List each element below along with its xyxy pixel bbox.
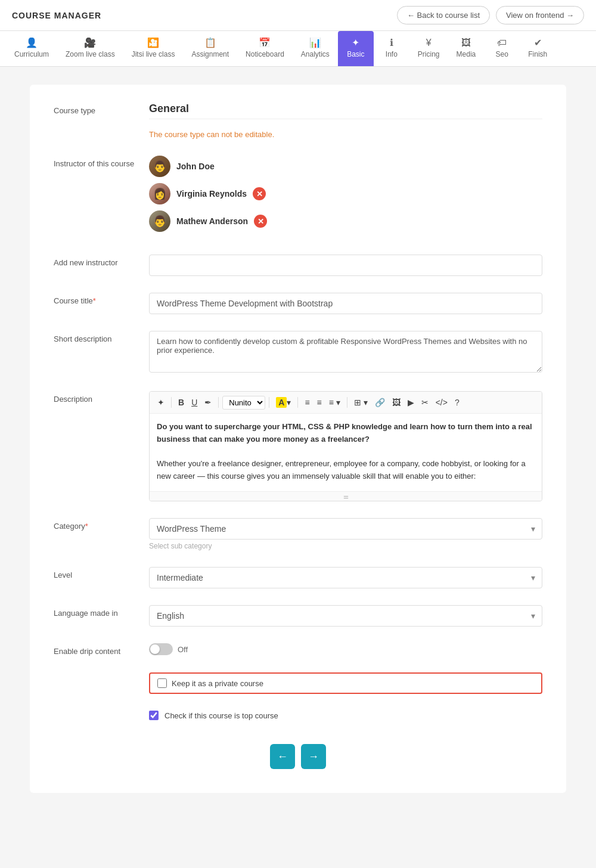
tab-label-info: Info [386,50,398,58]
tab-assignment[interactable]: 📋Assignment [183,31,237,66]
toolbar-ol-btn[interactable]: ≡ [314,396,325,409]
tab-label-media: Media [457,50,476,58]
add-instructor-input[interactable] [149,255,542,276]
instructor-name: Virginia Reynolds [176,189,247,199]
toolbar-magic-btn[interactable]: ✦ [154,396,167,409]
toolbar-ul-btn[interactable]: ≡ [302,396,312,409]
editor-bold-paragraph: Do you want to supercharge your HTML, CS… [157,421,535,446]
toolbar-table-btn[interactable]: ⊞ ▾ [351,396,371,409]
tab-curriculum[interactable]: 👤Curriculum [6,31,57,66]
avatar-virginia: 👩 [149,183,170,204]
remove-instructor-button[interactable]: ✕ [254,215,267,228]
top-course-label: Check if this course is top course [164,711,278,720]
course-type-row: Course type General The course type can … [54,103,542,139]
level-select-wrapper: Intermediate Beginner Advanced Expert [149,567,542,588]
language-row: Language made in English Spanish French … [54,605,542,627]
description-editor: ✦ B U ✒ Nunito A ▾ ≡ ≡ ≡ ▾ ⊞ ▾ [149,391,542,501]
editor-resize-handle[interactable]: ⚌ [150,491,542,501]
tab-pricing[interactable]: ¥Pricing [409,31,448,66]
instructor-item: 👨 Mathew Anderson ✕ [149,210,542,232]
toolbar-help-btn[interactable]: ? [452,396,462,409]
course-title-label: Course title* [54,293,149,305]
description-label: Description [54,391,149,404]
toolbar-link-btn[interactable]: 🔗 [372,396,388,409]
toolbar-scissors-btn[interactable]: ✂ [418,396,432,409]
level-content: Intermediate Beginner Advanced Expert [149,567,542,588]
category-label: Category* [54,518,149,531]
course-title-row: Course title* [54,293,542,314]
level-select[interactable]: Intermediate Beginner Advanced Expert [149,567,542,588]
tab-icon-curriculum: 👤 [26,37,38,48]
back-to-course-list-button[interactable]: ← Back to course list [397,6,490,24]
toolbar-code-btn[interactable]: </> [433,396,451,409]
toolbar-align-btn[interactable]: ≡ ▾ [326,396,343,409]
language-label: Language made in [54,605,149,618]
toolbar-underline-btn[interactable]: U [188,396,200,409]
next-button[interactable]: → [301,744,326,769]
editor-body[interactable]: Do you want to supercharge your HTML, CS… [150,414,542,491]
tab-icon-finish: ✔ [534,37,542,48]
toolbar-marker-btn[interactable]: ✒ [201,396,215,409]
sub-category-hint: Select sub category [149,542,542,550]
main-content: Course type General The course type can … [30,85,566,793]
nav-buttons: ← → [54,744,542,769]
tab-label-analytics: Analytics [301,50,330,58]
top-course-checkbox[interactable] [149,711,159,720]
top-course-row: Check if this course is top course [54,711,542,727]
toolbar-font-select[interactable]: Nunito [222,396,265,410]
required-marker: * [93,296,96,305]
short-desc-row: Short description [54,331,542,374]
add-instructor-row: Add new instructor [54,255,542,276]
instructor-item: 👨 John Doe [149,156,542,177]
header-buttons: ← Back to course list View on frontend → [397,6,584,24]
instructors-content: 👨 John Doe 👩 Virginia Reynolds ✕ 👨 Mathe… [149,156,542,238]
toggle-knob [150,644,160,654]
short-desc-textarea[interactable] [149,331,542,373]
avatar-mathew: 👨 [149,210,170,232]
language-select-wrapper: English Spanish French German [149,605,542,627]
tab-icon-noticeboard: 📅 [259,37,271,48]
editor-normal-paragraph: Whether you're a freelance designer, ent… [157,458,535,483]
toolbar-bold-btn[interactable]: B [175,396,187,409]
remove-instructor-button[interactable]: ✕ [253,187,266,200]
tab-finish[interactable]: ✔Finish [520,31,555,66]
language-select[interactable]: English Spanish French German [149,605,542,627]
tab-label-finish: Finish [528,50,547,58]
toolbar-image-btn[interactable]: 🖼 [389,396,403,409]
tab-label-pricing: Pricing [418,50,440,58]
top-course-empty-label [54,711,149,714]
add-instructor-label: Add new instructor [54,255,149,267]
tab-media[interactable]: 🖼Media [448,31,485,66]
tab-noticeboard[interactable]: 📅Noticeboard [237,31,293,66]
toolbar-font-color-btn[interactable]: A ▾ [273,395,294,410]
tab-label-noticeboard: Noticeboard [246,50,284,58]
tab-info[interactable]: ℹInfo [374,31,409,66]
avatar-john: 👨 [149,156,170,177]
instructor-name: John Doe [176,162,215,171]
tab-icon-media: 🖼 [461,38,471,48]
course-title-input[interactable] [149,293,542,314]
tab-zoom[interactable]: 🎥Zoom live class [57,31,123,66]
instructors-label: Instructor of this course [54,156,149,168]
private-course-checkbox[interactable] [157,678,167,688]
toolbar-video-btn[interactable]: ▶ [405,396,417,409]
tab-icon-analytics: 📊 [309,37,321,48]
category-select[interactable]: WordPress Theme [149,518,542,540]
tabs-nav: 👤Curriculum🎥Zoom live class🎦Jitsi live c… [0,31,596,67]
tab-icon-pricing: ¥ [426,38,432,48]
instructor-item: 👩 Virginia Reynolds ✕ [149,183,542,204]
drip-content-control: Off [149,643,542,655]
tab-basic[interactable]: ✦Basic [338,31,374,66]
short-desc-label: Short description [54,331,149,343]
prev-button[interactable]: ← [270,744,295,769]
tab-jitsi[interactable]: 🎦Jitsi live class [123,31,184,66]
tab-analytics[interactable]: 📊Analytics [293,31,338,66]
tab-icon-basic: ✦ [352,37,359,48]
tab-seo[interactable]: 🏷Seo [484,31,520,66]
view-on-frontend-button[interactable]: View on frontend → [496,6,584,24]
drip-toggle[interactable] [149,643,173,655]
tab-icon-assignment: 📋 [204,37,216,48]
instructor-name: Mathew Anderson [176,216,248,226]
drip-content-row: Enable drip content Off [54,643,542,656]
tab-label-assignment: Assignment [191,50,229,58]
